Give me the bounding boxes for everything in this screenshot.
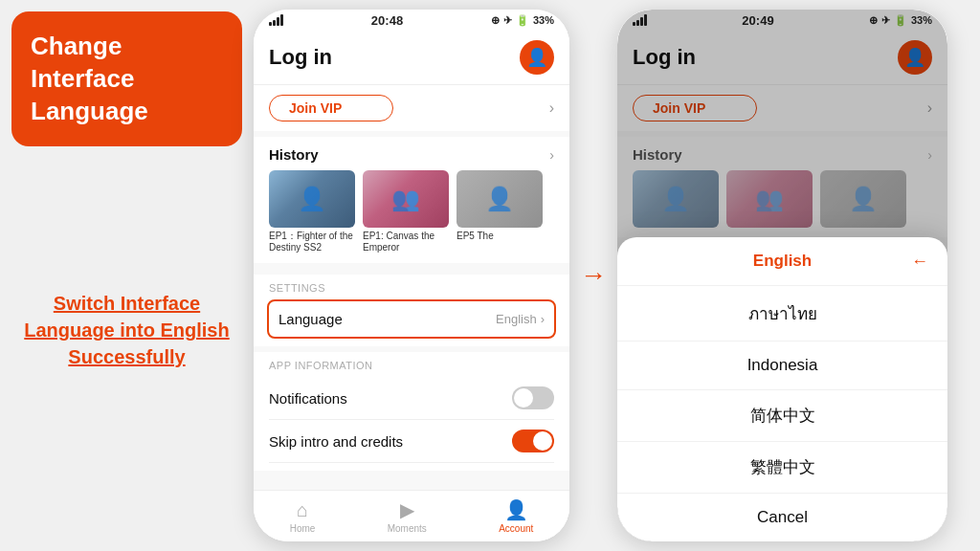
lang-label-english: English bbox=[753, 252, 812, 271]
nav-home-1[interactable]: ⌂ Home bbox=[290, 499, 316, 534]
status-icons-1: ⊕ ✈ 🔋 33% bbox=[491, 14, 554, 27]
phones-container: 20:48 ⊕ ✈ 🔋 33% Log in 👤 Join VIP › bbox=[254, 0, 980, 551]
lang-label-indonesia: Indonesia bbox=[747, 356, 818, 375]
vip-section-1: Join VIP › bbox=[254, 85, 569, 131]
appinfo-section-1: APP INFORMATION Notifications Skip intro… bbox=[254, 352, 569, 471]
wifi-icon: ⊕ bbox=[491, 14, 500, 27]
thumb-caption-2: EP1: Canvas the Emperor bbox=[363, 231, 449, 253]
settings-section-1: SETTINGS Language English › bbox=[254, 275, 569, 346]
skip-toggle[interactable] bbox=[512, 430, 554, 452]
nav-account-1[interactable]: 👤 Account bbox=[499, 498, 533, 534]
notifications-toggle[interactable] bbox=[512, 386, 554, 409]
history-section-1: History › 👤 EP1：Fighter of the Destiny S… bbox=[254, 137, 569, 263]
lang-label-traditional-chinese: 繁體中文 bbox=[750, 456, 815, 478]
app-header-1: Log in 👤 bbox=[254, 31, 569, 85]
language-picker-overlay: English ← ภาษาไทย Indonesia 简体中文 繁體中文 Ca… bbox=[617, 10, 947, 541]
home-icon: ⌂ bbox=[297, 499, 308, 521]
annotation-text: Switch Interface Language into English S… bbox=[0, 290, 254, 370]
history-item-2: 👥 EP1: Canvas the Emperor bbox=[363, 170, 449, 253]
bottom-nav-1: ⌂ Home ▶ Moments 👤 Account bbox=[254, 490, 569, 541]
appinfo-label-1: APP INFORMATION bbox=[269, 360, 554, 371]
moments-icon: ▶ bbox=[400, 498, 414, 521]
skip-label: Skip intro and credits bbox=[269, 433, 403, 450]
nav-moments-1[interactable]: ▶ Moments bbox=[388, 498, 427, 534]
lang-label-simplified-chinese: 简体中文 bbox=[750, 405, 815, 427]
lang-option-traditional-chinese[interactable]: 繁體中文 bbox=[617, 442, 947, 494]
skip-row: Skip intro and credits bbox=[269, 420, 554, 463]
phone-1: 20:48 ⊕ ✈ 🔋 33% Log in 👤 Join VIP › bbox=[254, 10, 569, 541]
thumb-1: 👤 bbox=[269, 170, 355, 228]
thumb-caption-3: EP5 The bbox=[457, 231, 543, 242]
history-item-1: 👤 EP1：Fighter of the Destiny SS2 bbox=[269, 170, 355, 253]
history-arrow-1: › bbox=[549, 147, 554, 163]
avatar-icon-1[interactable]: 👤 bbox=[520, 40, 554, 75]
phone-2: 20:49 ⊕ ✈ 🔋 33% Log in 👤 Join VIP › bbox=[617, 10, 947, 541]
lang-option-cancel[interactable]: Cancel bbox=[617, 494, 947, 541]
status-time-1: 20:48 bbox=[371, 13, 403, 28]
battery-icon: 🔋 bbox=[516, 14, 529, 27]
vip-arrow-1: › bbox=[549, 99, 554, 117]
settings-label-1: SETTINGS bbox=[269, 282, 554, 294]
battery-pct: 33% bbox=[533, 14, 554, 26]
thumb-3: 👤 bbox=[457, 170, 543, 228]
lang-option-thai[interactable]: ภาษาไทย bbox=[617, 286, 947, 342]
language-picker: English ← ภาษาไทย Indonesia 简体中文 繁體中文 Ca… bbox=[617, 237, 947, 541]
language-value: English › bbox=[496, 312, 545, 326]
lang-option-english[interactable]: English ← bbox=[617, 237, 947, 286]
history-item-3: 👤 EP5 The bbox=[457, 170, 543, 253]
location-icon: ✈ bbox=[503, 14, 512, 27]
screen-1: Log in 👤 Join VIP › History › bbox=[254, 31, 569, 541]
lang-option-simplified-chinese[interactable]: 简体中文 bbox=[617, 390, 947, 442]
history-title-1: History bbox=[269, 146, 319, 163]
vip-button-1[interactable]: Join VIP bbox=[269, 95, 393, 121]
app-title-1: Log in bbox=[269, 45, 332, 70]
thumb-2: 👥 bbox=[363, 170, 449, 228]
history-thumbs-1: 👤 EP1：Fighter of the Destiny SS2 👥 EP1: … bbox=[269, 170, 554, 253]
notifications-label: Notifications bbox=[269, 390, 347, 407]
transition-arrow: → bbox=[569, 260, 617, 291]
signal-1 bbox=[269, 14, 283, 26]
language-label: Language bbox=[278, 311, 343, 327]
check-arrow-english: ← bbox=[911, 252, 928, 272]
account-icon: 👤 bbox=[504, 498, 528, 521]
lang-label-thai: ภาษาไทย bbox=[748, 300, 817, 326]
annotation-panel: Change Interface Language Switch Interfa… bbox=[0, 0, 254, 551]
arrow-right-icon: → bbox=[580, 260, 607, 291]
notifications-row: Notifications bbox=[269, 377, 554, 420]
annotation-title: Change Interface Language bbox=[11, 11, 242, 146]
thumb-caption-1: EP1：Fighter of the Destiny SS2 bbox=[269, 231, 355, 253]
status-bar-1: 20:48 ⊕ ✈ 🔋 33% bbox=[254, 10, 569, 31]
lang-label-cancel: Cancel bbox=[757, 508, 808, 527]
language-arrow: › bbox=[541, 312, 545, 326]
lang-option-indonesia[interactable]: Indonesia bbox=[617, 342, 947, 390]
language-row[interactable]: Language English › bbox=[267, 299, 556, 339]
